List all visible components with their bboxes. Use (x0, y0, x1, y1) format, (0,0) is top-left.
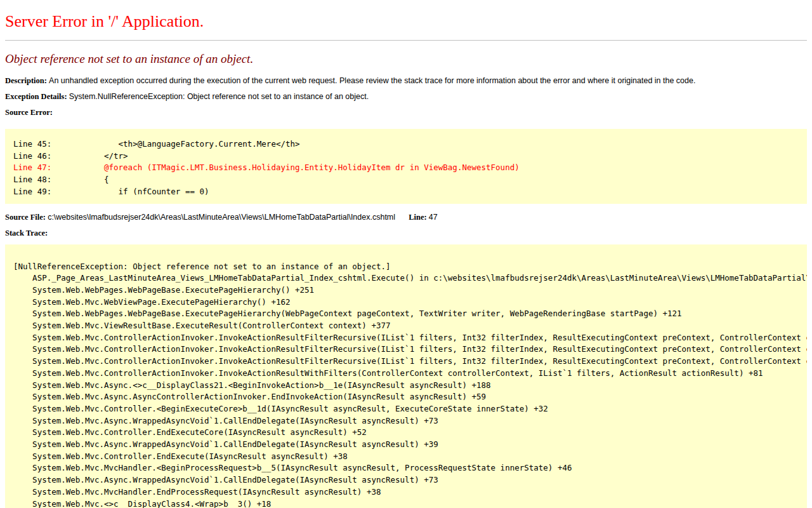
source-error-label: Source Error: (5, 108, 53, 117)
stack-frame: System.Web.Mvc.ControllerActionInvoker.I… (13, 344, 799, 356)
exception-details-label: Exception Details: (5, 92, 67, 101)
stack-frame: System.Web.Mvc.MvcHandler.EndProcessRequ… (13, 486, 799, 498)
stack-frame: ASP._Page_Areas_LastMinuteArea_Views_LMH… (13, 272, 799, 284)
line-number: 47 (429, 213, 438, 222)
stack-frame: System.Web.Mvc.Async.WrappedAsyncVoid`1.… (13, 439, 799, 451)
title-divider (5, 40, 807, 41)
line-label: Line: (409, 213, 426, 222)
stack-trace-box: [NullReferenceException: Object referenc… (5, 244, 807, 508)
stack-frame: System.Web.Mvc.Async.WrappedAsyncVoid`1.… (13, 415, 799, 427)
stack-frame: System.Web.Mvc.ViewResultBase.ExecuteRes… (13, 320, 799, 332)
stack-frame: System.Web.Mvc.Controller.<BeginExecuteC… (13, 403, 799, 415)
source-file-label: Source File: (5, 213, 46, 222)
stack-frame: System.Web.Mvc.Async.AsyncControllerActi… (13, 391, 799, 403)
stack-trace-heading: Stack Trace: (5, 229, 807, 238)
stack-frame: System.Web.Mvc.WebViewPage.ExecutePageHi… (13, 297, 799, 309)
stack-frame: System.Web.Mvc.Controller.EndExecute(IAs… (13, 451, 799, 463)
stack-frame: System.Web.Mvc.MvcHandler.<BeginProcessR… (13, 462, 799, 474)
stack-frame: System.Web.Mvc.Async.WrappedAsyncVoid`1.… (13, 474, 799, 486)
stack-frame: System.Web.Mvc.<>c__DisplayClass4.<Wrap>… (13, 498, 799, 508)
error-subtitle: Object reference not set to an instance … (5, 51, 807, 66)
exception-details-row: Exception Details: System.NullReferenceE… (5, 92, 807, 102)
stack-frame: [NullReferenceException: Object referenc… (13, 261, 799, 273)
page-title: Server Error in '/' Application. (5, 11, 807, 31)
source-file-path: c:\websites\lmafbudsrejser24dk\Areas\Las… (48, 213, 395, 222)
stack-trace-label: Stack Trace: (5, 229, 48, 237)
stack-frame: System.Web.Mvc.ControllerActionInvoker.I… (13, 356, 799, 368)
description-row: Description: An unhandled exception occu… (5, 76, 807, 86)
server-error-page: Server Error in '/' Application. Object … (0, 11, 812, 508)
description-label: Description: (5, 76, 47, 85)
source-error-heading: Source Error: (5, 108, 807, 117)
source-code-line: Line 45: <th>@LanguageFactory.Current.Me… (13, 138, 799, 150)
source-code-line: Line 49: if (nfCounter == 0) (13, 186, 799, 198)
stack-frame: System.Web.Mvc.Async.<>c__DisplayClass21… (13, 380, 799, 392)
stack-frame: System.Web.Mvc.ControllerActionInvoker.I… (13, 368, 799, 380)
source-error-box: Line 45: <th>@LanguageFactory.Current.Me… (5, 129, 807, 204)
stack-frame: System.Web.WebPages.WebPageBase.ExecuteP… (13, 284, 799, 297)
description-text: An unhandled exception occurred during t… (49, 76, 695, 85)
stack-trace: [NullReferenceException: Object referenc… (5, 244, 807, 508)
source-code-line: Line 48: { (13, 174, 799, 186)
exception-details-text: System.NullReferenceException: Object re… (69, 92, 369, 101)
stack-frame: System.Web.Mvc.Controller.EndExecuteCore… (13, 427, 799, 439)
source-file-row: Source File: c:\websites\lmafbudsrejser2… (5, 213, 807, 222)
stack-frame: System.Web.WebPages.WebPageBase.ExecuteP… (13, 308, 799, 320)
source-code-line: Line 47: @foreach (ITMagic.LMT.Business.… (13, 162, 799, 174)
source-code-line: Line 46: </tr> (13, 150, 799, 163)
stack-frame: System.Web.Mvc.ControllerActionInvoker.I… (13, 332, 799, 344)
source-code: Line 45: <th>@LanguageFactory.Current.Me… (5, 129, 807, 204)
